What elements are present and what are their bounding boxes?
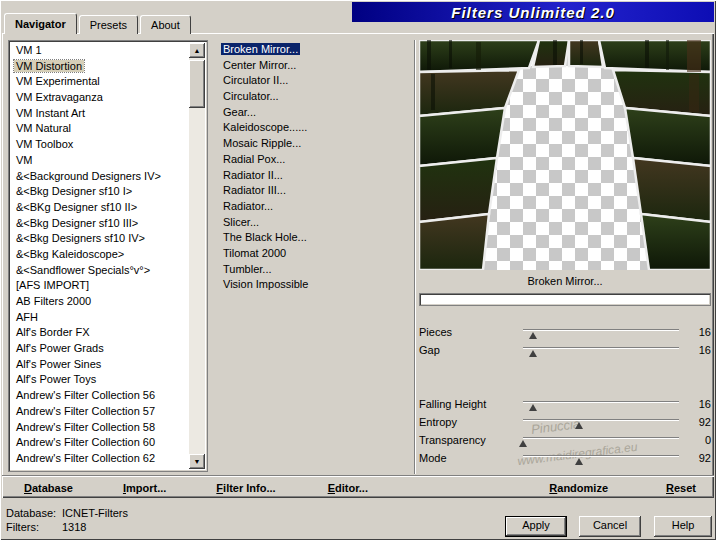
category-item[interactable]: AB Filters 2000: [11, 294, 189, 310]
tab-presets[interactable]: Presets: [79, 15, 138, 34]
category-item[interactable]: VM Experimental: [11, 74, 189, 90]
category-item[interactable]: Alf's Power Sines: [11, 357, 189, 373]
window-title: Filters Unlimited 2.0: [451, 4, 615, 21]
slider-thumb[interactable]: [529, 350, 537, 357]
category-item[interactable]: &<Bkg Designer sf10 I>: [11, 184, 189, 200]
cancel-button[interactable]: Cancel: [579, 516, 641, 537]
filter-item-label: Radiator III...: [221, 184, 288, 196]
category-item-label: Alf's Power Toys: [14, 373, 98, 385]
category-item-label: Alf's Power Grads: [14, 342, 106, 354]
category-item-label: VM Extravaganza: [14, 91, 105, 103]
slider-track[interactable]: [523, 326, 679, 338]
category-item[interactable]: VM 1: [11, 43, 189, 59]
filter-item[interactable]: Slicer...: [218, 215, 412, 231]
progress-bar: [419, 293, 711, 306]
slider-transparency: Transparency0: [419, 431, 711, 449]
category-item[interactable]: VM Toolbox: [11, 137, 189, 153]
database-label: Database:: [6, 507, 62, 519]
slider-track[interactable]: [523, 434, 679, 446]
vertical-separator: [414, 40, 416, 474]
category-item-label: AB Filters 2000: [14, 295, 93, 307]
filter-item-label: Tilomat 2000: [221, 247, 288, 259]
import-button[interactable]: Import...: [123, 482, 166, 494]
slider-track[interactable]: [523, 416, 679, 428]
filter-item[interactable]: Kaleidoscope......: [218, 120, 412, 136]
category-item[interactable]: Andrew's Filter Collection 60: [11, 435, 189, 451]
slider-thumb[interactable]: [529, 404, 537, 411]
category-item[interactable]: VM: [11, 153, 189, 169]
slider-value: 92: [679, 452, 711, 464]
category-item[interactable]: Alf's Border FX: [11, 325, 189, 341]
apply-button[interactable]: Apply: [505, 516, 567, 537]
filter-item-label: Slicer...: [221, 216, 261, 228]
category-item[interactable]: &<Bkg Designers sf10 IV>: [11, 231, 189, 247]
category-scrollbar[interactable]: ▲ ▼: [189, 43, 205, 469]
slider-value: 16: [679, 398, 711, 410]
filter-item[interactable]: Radiator II...: [218, 168, 412, 184]
slider-track[interactable]: [523, 398, 679, 410]
filter-item[interactable]: Vision Impossible: [218, 277, 412, 293]
filter-item[interactable]: Mosaic Ripple...: [218, 136, 412, 152]
filter-item[interactable]: Tilomat 2000: [218, 246, 412, 262]
slider-thumb[interactable]: [575, 458, 583, 465]
title-bar: Filters Unlimited 2.0: [352, 2, 714, 22]
filter-item[interactable]: Center Mirror...: [218, 58, 412, 74]
category-item[interactable]: VM Distortion: [11, 59, 189, 75]
slider-entropy: Entropy92: [419, 413, 711, 431]
status-database: Database:ICNET-Filters: [6, 507, 128, 519]
filter-item[interactable]: Radial Pox...: [218, 152, 412, 168]
category-item[interactable]: &<Bkg Designer sf10 III>: [11, 216, 189, 232]
filter-item[interactable]: Tumbler...: [218, 262, 412, 278]
reset-button[interactable]: Reset: [666, 482, 696, 494]
filter-item[interactable]: Broken Mirror...: [218, 42, 412, 58]
filter-item[interactable]: Radiator III...: [218, 183, 412, 199]
filter-item[interactable]: Circulator II...: [218, 73, 412, 89]
category-item[interactable]: Alf's Power Toys: [11, 372, 189, 388]
filter-item[interactable]: Gear...: [218, 105, 412, 121]
status-filters: Filters:1318: [6, 521, 86, 533]
category-item[interactable]: Andrew's Filter Collection 62: [11, 451, 189, 467]
category-item[interactable]: AFH: [11, 310, 189, 326]
database-button[interactable]: Database: [24, 482, 73, 494]
category-item-label: Andrew's Filter Collection 57: [14, 405, 157, 417]
category-item[interactable]: VM Instant Art: [11, 106, 189, 122]
category-item[interactable]: Andrew's Filter Collection 58: [11, 420, 189, 436]
category-item[interactable]: [AFS IMPORT]: [11, 278, 189, 294]
slider-thumb[interactable]: [519, 440, 527, 447]
slider-label: Pieces: [419, 326, 523, 338]
slider-value: 16: [679, 344, 711, 356]
slider-track[interactable]: [523, 452, 679, 464]
preview-image: [419, 40, 711, 270]
filter-info-button[interactable]: Filter Info...: [216, 482, 275, 494]
filters-label: Filters:: [6, 521, 62, 533]
filter-item[interactable]: Circulator...: [218, 89, 412, 105]
scrollbar-thumb[interactable]: [189, 60, 205, 108]
scroll-down-icon[interactable]: ▼: [189, 454, 205, 469]
category-item[interactable]: &<Background Designers IV>: [11, 169, 189, 185]
filter-item[interactable]: The Black Hole...: [218, 230, 412, 246]
category-item-label: Alf's Border FX: [14, 326, 92, 338]
scroll-up-icon[interactable]: ▲: [189, 43, 205, 58]
category-item[interactable]: VM Natural: [11, 121, 189, 137]
editor-button[interactable]: Editor...: [328, 482, 368, 494]
help-button[interactable]: Help: [654, 516, 712, 537]
slider-thumb[interactable]: [575, 422, 583, 429]
category-item[interactable]: VM Extravaganza: [11, 90, 189, 106]
tab-about[interactable]: About: [140, 15, 191, 34]
category-item-label: &<Bkg Kaleidoscope>: [14, 248, 126, 260]
category-item[interactable]: &<BKg Designer sf10 II>: [11, 200, 189, 216]
filter-item[interactable]: Radiator...: [218, 199, 412, 215]
category-item[interactable]: Andrew's Filter Collection 56: [11, 388, 189, 404]
category-item[interactable]: &<Sandflower Specials°v°>: [11, 263, 189, 279]
category-item[interactable]: Andrew's Filter Collection 57: [11, 404, 189, 420]
navigator-page: VM 1VM DistortionVM ExperimentalVM Extra…: [2, 33, 714, 498]
category-item[interactable]: Alf's Power Grads: [11, 341, 189, 357]
randomize-button[interactable]: Randomize: [549, 482, 608, 494]
category-item[interactable]: &<Bkg Kaleidoscope>: [11, 247, 189, 263]
status-bar: Database:ICNET-Filters Filters:1318 Appl…: [2, 500, 714, 538]
slider-thumb[interactable]: [529, 332, 537, 339]
filter-settings-panel: Broken Mirror... Pinuccia www.maidiregra…: [419, 40, 711, 476]
filter-item-label: Broken Mirror...: [221, 43, 300, 55]
tab-navigator[interactable]: Navigator: [4, 13, 77, 34]
slider-track[interactable]: [523, 344, 679, 356]
